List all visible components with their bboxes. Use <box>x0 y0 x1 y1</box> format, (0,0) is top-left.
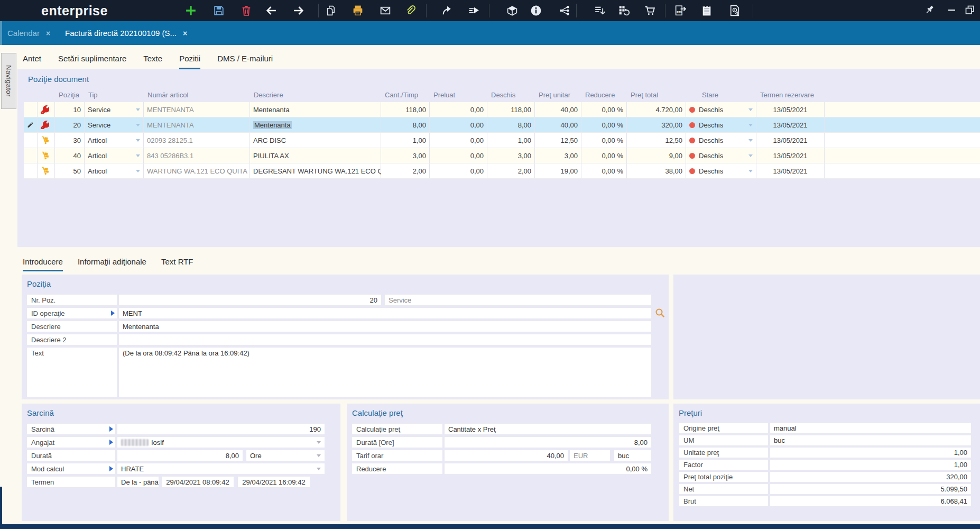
search-icon[interactable] <box>654 307 666 319</box>
text-field[interactable]: (De la ora 08:09:42 Până la ora 16:09:42… <box>118 347 652 397</box>
navigator-side-tab[interactable]: Navigator <box>1 53 16 109</box>
chevron-down-icon[interactable] <box>748 108 753 111</box>
column-header-termen[interactable]: Termen rezervare <box>756 91 825 99</box>
column-header-articol[interactable]: Număr articol <box>144 91 250 99</box>
share-icon[interactable] <box>441 4 454 17</box>
cell-pozitia[interactable]: 20 <box>55 117 85 132</box>
cell-descriere[interactable]: PIULITA AX <box>250 148 381 163</box>
chevron-down-icon[interactable] <box>748 124 753 126</box>
cell-pret_unitar[interactable]: 19,00 <box>535 163 581 178</box>
tab-dms-emailuri[interactable]: DMS / E-mailuri <box>217 54 273 69</box>
cell-termen[interactable]: 13/05/2021 <box>756 163 825 178</box>
cell-icon[interactable] <box>38 117 55 132</box>
tab-calendar[interactable]: Calendar × <box>0 21 58 45</box>
email-icon[interactable] <box>379 4 392 17</box>
table-row[interactable]: 40Articol843 05286B3.1PIULITA AX3,000,00… <box>24 148 980 163</box>
cell-pozitia[interactable]: 30 <box>55 133 85 148</box>
cell-pozitia[interactable]: 40 <box>55 148 85 163</box>
chevron-down-icon[interactable] <box>317 441 321 444</box>
termen-from-field[interactable]: 29/04/2021 08:09:42 <box>161 476 234 488</box>
cell-pret_unitar[interactable]: 40,00 <box>535 117 581 132</box>
column-header-descriere[interactable]: Descriere <box>250 91 381 99</box>
cell-cant[interactable]: 8,00 <box>381 117 430 132</box>
close-icon[interactable]: × <box>183 29 187 38</box>
cell-stare[interactable]: Deschis <box>686 148 756 163</box>
tab-texte[interactable]: Texte <box>143 54 162 69</box>
chevron-down-icon[interactable] <box>136 170 140 172</box>
info-icon[interactable] <box>530 4 542 17</box>
cell-pret_total[interactable]: 320,00 <box>627 117 686 132</box>
copy-icon[interactable] <box>325 4 337 17</box>
preturi-field[interactable]: 1,00 <box>770 447 972 458</box>
cell-articol[interactable]: MENTENANTA <box>144 117 250 132</box>
add-icon[interactable] <box>184 4 197 17</box>
cell-cant[interactable]: 2,00 <box>381 163 430 178</box>
back-icon[interactable] <box>265 4 278 17</box>
tab-informatii-aditionale[interactable]: Informaţii adiţionale <box>78 257 146 271</box>
cell-descriere[interactable]: ARC DISC <box>250 133 381 148</box>
cell-articol[interactable]: 843 05286B3.1 <box>144 148 250 163</box>
cell-preluat[interactable]: 0,00 <box>430 148 487 163</box>
tab-text-rtf[interactable]: Text RTF <box>161 257 193 271</box>
chevron-down-icon[interactable] <box>748 139 753 142</box>
preturi-field[interactable]: 6.068,41 <box>770 496 972 507</box>
minimize-icon[interactable] <box>946 4 958 16</box>
cell-pret_unitar[interactable]: 3,00 <box>535 148 581 163</box>
column-header-deschis[interactable]: Deschis <box>487 91 535 99</box>
column-header-pozitia[interactable]: Poziţia <box>55 91 85 99</box>
cell-stare[interactable]: Deschis <box>686 117 756 132</box>
tab-introducere[interactable]: Introducere <box>23 257 63 271</box>
cell-tip[interactable]: Articol <box>85 148 144 163</box>
nr-poz-type-field[interactable]: Service <box>384 294 652 306</box>
pin-icon[interactable] <box>923 4 936 16</box>
nr-poz-field[interactable]: 20 <box>118 294 382 306</box>
cell-reducere[interactable]: 0,00 % <box>581 148 627 163</box>
cell-cant[interactable]: 3,00 <box>381 148 430 163</box>
chevron-down-icon[interactable] <box>136 108 140 111</box>
column-header-stare[interactable]: Stare <box>686 91 756 99</box>
reducere-field[interactable]: 0,00 % <box>444 463 652 475</box>
tab-factura-directa[interactable]: Factură directă 202100109 (S... × <box>58 21 195 45</box>
cell-termen[interactable]: 13/05/2021 <box>756 148 825 163</box>
termen-mode-field[interactable]: De la - până <box>117 476 159 488</box>
cell-deschis[interactable]: 8,00 <box>487 117 535 132</box>
cell-icon[interactable] <box>38 133 55 148</box>
cell-pozitia[interactable]: 50 <box>55 163 85 178</box>
durata-ore-field[interactable]: 8,00 <box>444 436 652 448</box>
cell-stare[interactable]: Deschis <box>686 163 756 178</box>
cell-termen[interactable]: 13/05/2021 <box>756 133 825 148</box>
cell-tip[interactable]: Service <box>85 102 144 117</box>
table-row[interactable]: 50ArticolWARTUNG WA.121 ECO QUITADEGRESA… <box>24 163 980 179</box>
cell-stare[interactable]: Deschis <box>686 133 756 148</box>
chevron-down-icon[interactable] <box>748 154 753 157</box>
cell-pret_total[interactable]: 9,00 <box>627 148 686 163</box>
cell-descriere[interactable]: DEGRESANT WARTUNG WA.121 ECO Q <box>250 163 381 178</box>
durata-unit-field[interactable]: Ore <box>246 450 325 461</box>
table-row[interactable]: 20ServiceMENTENANTAMentenanta8,000,008,0… <box>24 117 980 133</box>
preturi-field[interactable]: buc <box>770 435 972 446</box>
descriere-field[interactable]: Mentenanta <box>118 321 652 332</box>
forward-icon[interactable] <box>292 4 305 17</box>
preturi-field[interactable]: 1,00 <box>770 459 972 470</box>
list-export-icon[interactable] <box>594 4 606 17</box>
chevron-down-icon[interactable] <box>317 468 321 470</box>
chevron-down-icon[interactable] <box>136 154 140 157</box>
cell-reducere[interactable]: 0,00 % <box>581 117 627 132</box>
cell-termen[interactable]: 13/05/2021 <box>756 102 825 117</box>
cell-pret_unitar[interactable]: 40,00 <box>535 102 581 117</box>
table-row[interactable]: 30Articol02093 28125.1ARC DISC1,000,001,… <box>24 133 980 148</box>
cell-deschis[interactable]: 2,00 <box>487 163 535 178</box>
chevron-down-icon[interactable] <box>748 170 753 172</box>
cell-pret_unitar[interactable]: 12,50 <box>535 133 581 148</box>
cell-cant[interactable]: 118,00 <box>381 102 430 117</box>
column-header-reducere[interactable]: Reducere <box>581 91 627 99</box>
save-icon[interactable] <box>212 4 225 17</box>
document-preview-icon[interactable] <box>728 4 741 17</box>
tab-antet[interactable]: Antet <box>23 54 41 69</box>
cell-descriere[interactable]: Mentenanta <box>250 117 381 132</box>
preturi-field[interactable]: manual <box>770 423 972 434</box>
preturi-field[interactable]: 320,00 <box>770 471 972 482</box>
table-row[interactable]: 10ServiceMENTENANTAMentenanta118,000,001… <box>24 102 980 117</box>
cell-deschis[interactable]: 118,00 <box>487 102 535 117</box>
cell-tip[interactable]: Service <box>85 117 144 132</box>
